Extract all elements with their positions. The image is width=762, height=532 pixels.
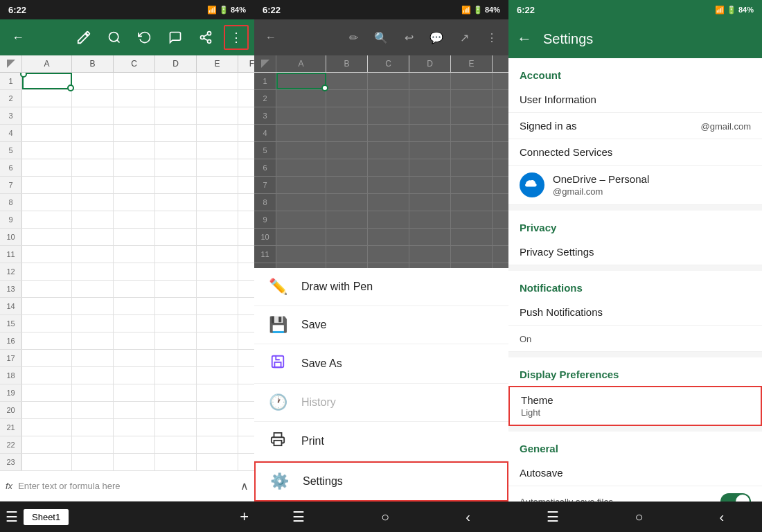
cell-D5[interactable]: [155, 142, 197, 159]
cell-A18[interactable]: [22, 367, 72, 384]
col-header-f[interactable]: F: [238, 55, 254, 72]
col-header-c[interactable]: C: [114, 55, 155, 72]
cell-F20[interactable]: [238, 402, 254, 418]
cell-a1[interactable]: [22, 73, 72, 89]
cell-F18[interactable]: [238, 367, 254, 384]
cell-D14[interactable]: [155, 298, 197, 314]
theme-item[interactable]: Theme Light: [508, 386, 762, 426]
privacy-settings-item[interactable]: Privacy Settings: [508, 239, 762, 265]
cell-F22[interactable]: [238, 436, 254, 453]
cell-B9[interactable]: [72, 211, 114, 228]
cell-D22[interactable]: [155, 436, 197, 453]
cell-F14[interactable]: [238, 298, 254, 314]
cell-e1[interactable]: [197, 73, 238, 89]
cell-C16[interactable]: [114, 332, 155, 349]
user-info-item[interactable]: User Information: [508, 87, 762, 113]
hamburger-icon-2[interactable]: ☰: [292, 508, 305, 525]
cell-B18[interactable]: [72, 367, 114, 384]
cell-C11[interactable]: [114, 246, 155, 263]
cell-F15[interactable]: [238, 315, 254, 332]
cell-E6[interactable]: [197, 159, 238, 176]
cell-A7[interactable]: [22, 177, 72, 193]
cell-C13[interactable]: [114, 281, 155, 297]
sheet1-tab[interactable]: Sheet1: [24, 509, 69, 525]
home-icon-3[interactable]: ○: [635, 509, 644, 525]
cell-D9[interactable]: [155, 211, 197, 228]
cell-D10[interactable]: [155, 229, 197, 245]
undo-icon[interactable]: [132, 25, 157, 50]
menu-save-as[interactable]: Save As: [254, 344, 508, 384]
cell-E9[interactable]: [197, 211, 238, 228]
col-header-d[interactable]: D: [155, 55, 197, 72]
back-button[interactable]: ←: [6, 25, 30, 50]
cell-B13[interactable]: [72, 281, 114, 297]
cell-A2[interactable]: [22, 90, 72, 107]
cell-B8[interactable]: [72, 194, 114, 211]
cell-C20[interactable]: [114, 402, 155, 418]
cell-D17[interactable]: [155, 350, 197, 366]
cell-D12[interactable]: [155, 263, 197, 280]
col-header-e[interactable]: E: [197, 55, 238, 72]
cell-E12[interactable]: [197, 263, 238, 280]
cell-C22[interactable]: [114, 436, 155, 453]
cell-C14[interactable]: [114, 298, 155, 314]
cell-B10[interactable]: [72, 229, 114, 245]
cell-E11[interactable]: [197, 246, 238, 263]
cell-E4[interactable]: [197, 125, 238, 141]
cell-E21[interactable]: [197, 419, 238, 436]
cell-D23[interactable]: [155, 454, 197, 470]
formula-input[interactable]: Enter text or formula here: [18, 481, 235, 491]
cell-D19[interactable]: [155, 384, 197, 401]
cell-B16[interactable]: [72, 332, 114, 349]
cell-C3[interactable]: [114, 107, 155, 124]
cell-F23[interactable]: [238, 454, 254, 470]
cell-A13[interactable]: [22, 281, 72, 297]
cell-D8[interactable]: [155, 194, 197, 211]
cell-E2[interactable]: [197, 90, 238, 107]
formula-chevron[interactable]: ∧: [240, 479, 249, 493]
onedrive-item[interactable]: OneDrive – Personal @gmail.com: [508, 166, 762, 205]
menu-save[interactable]: 💾 Save: [254, 306, 508, 344]
cell-E20[interactable]: [197, 402, 238, 418]
cell-B20[interactable]: [72, 402, 114, 418]
cell-D21[interactable]: [155, 419, 197, 436]
cell-C8[interactable]: [114, 194, 155, 211]
cell-F8[interactable]: [238, 194, 254, 211]
cell-C7[interactable]: [114, 177, 155, 193]
cell-B19[interactable]: [72, 384, 114, 401]
cell-E22[interactable]: [197, 436, 238, 453]
col-header-a[interactable]: A: [22, 55, 72, 72]
cell-D18[interactable]: [155, 367, 197, 384]
cell-D13[interactable]: [155, 281, 197, 297]
more-options-button[interactable]: ⋮: [224, 25, 249, 50]
p2-search-icon[interactable]: 🔍: [370, 26, 392, 48]
autosave-toggle[interactable]: [720, 493, 751, 502]
cell-E15[interactable]: [197, 315, 238, 332]
cell-F2[interactable]: [238, 90, 254, 107]
cell-C4[interactable]: [114, 125, 155, 141]
cell-B23[interactable]: [72, 454, 114, 470]
cell-E7[interactable]: [197, 177, 238, 193]
cell-E19[interactable]: [197, 384, 238, 401]
cell-C15[interactable]: [114, 315, 155, 332]
cell-D6[interactable]: [155, 159, 197, 176]
cell-E13[interactable]: [197, 281, 238, 297]
cell-C23[interactable]: [114, 454, 155, 470]
cell-C5[interactable]: [114, 142, 155, 159]
cell-A6[interactable]: [22, 159, 72, 176]
cell-A21[interactable]: [22, 419, 72, 436]
cell-A9[interactable]: [22, 211, 72, 228]
cell-C2[interactable]: [114, 90, 155, 107]
cell-E10[interactable]: [197, 229, 238, 245]
cell-E18[interactable]: [197, 367, 238, 384]
cell-A23[interactable]: [22, 454, 72, 470]
cell-A19[interactable]: [22, 384, 72, 401]
share-icon[interactable]: [193, 25, 218, 50]
cell-C9[interactable]: [114, 211, 155, 228]
hamburger-icon-3[interactable]: ☰: [547, 508, 559, 525]
cell-C19[interactable]: [114, 384, 155, 401]
cell-B14[interactable]: [72, 298, 114, 314]
cell-F7[interactable]: [238, 177, 254, 193]
p2-pen-icon[interactable]: ✏: [342, 26, 364, 48]
cell-D4[interactable]: [155, 125, 197, 141]
